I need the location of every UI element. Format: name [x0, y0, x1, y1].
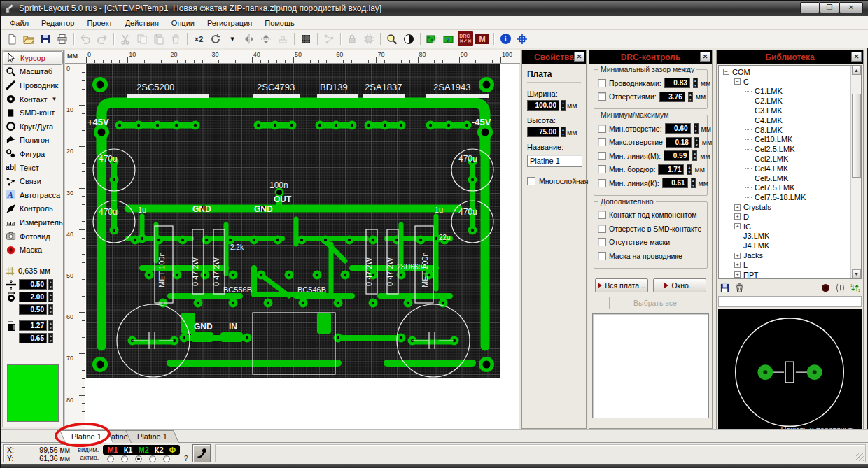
drc-option-checkbox[interactable] [598, 225, 606, 233]
library-save-icon[interactable] [720, 283, 730, 295]
tool-contact[interactable]: Контакт▼ [3, 92, 63, 106]
zoom-icon[interactable] [384, 31, 400, 47]
layer-М1[interactable]: М1 [107, 446, 118, 454]
board-help-icon[interactable]: ? [440, 31, 457, 47]
tree-item-COM[interactable]: −COM [723, 67, 850, 77]
print-icon[interactable] [54, 31, 71, 47]
board-width-spinner[interactable]: ▲▼ [561, 100, 566, 111]
smd-width-field[interactable]: 1.27 [19, 320, 47, 331]
menu-Редактор[interactable]: Редактор [35, 17, 80, 29]
selector-crosshair-icon[interactable] [514, 31, 531, 47]
tree-item-Cel7.5-18.LMK[interactable]: Cel7.5-18.LMK [723, 192, 850, 202]
check-whole-board-button[interactable]: Вся плата... [595, 278, 648, 292]
library-delete-icon[interactable] [734, 283, 745, 295]
sheet-tab-1[interactable]: Platine 1 [59, 430, 113, 443]
layer-radio-К2[interactable] [149, 455, 156, 462]
scrollbar-thumb[interactable] [852, 94, 861, 178]
library-pad-view-icon[interactable] [835, 283, 846, 295]
tree-item-D[interactable]: +D [723, 212, 850, 222]
tool-control[interactable]: Контроль [3, 202, 63, 216]
tree-item-Cel10.LMK[interactable]: Cel10.LMK [723, 135, 850, 145]
tool-dropdown-icon[interactable]: ▼ [52, 96, 57, 102]
board-height-spinner[interactable]: ▲▼ [561, 127, 566, 137]
drc-option-checkbox[interactable] [598, 252, 606, 260]
drc-checkbox[interactable] [598, 165, 606, 173]
pad-drill-spinner[interactable]: ▲▼ [48, 304, 53, 315]
tree-item-ПРТ[interactable]: +ПРТ [723, 270, 850, 279]
collapse-icon[interactable]: − [734, 78, 741, 85]
tool-measure[interactable]: Измеритель [3, 215, 63, 229]
library-close-icon[interactable]: ✕ [851, 52, 862, 62]
board-test-icon[interactable] [424, 31, 440, 47]
expand-icon[interactable]: + [734, 213, 741, 220]
layer-radio-М1[interactable] [107, 455, 114, 462]
tree-item-C4.LMK[interactable]: C4.LMK [723, 115, 850, 125]
drc-option-checkbox[interactable] [598, 238, 606, 246]
expand-icon[interactable]: + [734, 204, 741, 211]
scroll-down-icon[interactable]: ▼ [852, 269, 861, 278]
expand-icon[interactable]: + [734, 262, 741, 268]
tool-text-tool[interactable]: ab|Текст [3, 161, 63, 175]
tree-item-J3.LMK[interactable]: J3.LMK [723, 232, 850, 241]
maximize-button[interactable]: ❐ [820, 2, 839, 13]
pad-outer-field[interactable]: 2.00 [19, 292, 47, 302]
expand-icon[interactable]: + [734, 223, 741, 229]
menu-Регистрация[interactable]: Регистрация [201, 17, 258, 29]
drc-rule-spinner[interactable]: ▲▼ [694, 137, 699, 148]
drc-rule-value[interactable]: 0.18 [666, 137, 692, 148]
tree-item-IC[interactable]: +IC [723, 222, 850, 232]
drc-rule-spinner[interactable]: ▲▼ [692, 150, 697, 161]
drc-rule-value[interactable]: 0.61 [662, 178, 688, 188]
board-name-input[interactable] [527, 155, 582, 167]
drc-rule-spinner[interactable]: ▲▼ [693, 78, 698, 88]
menu-Файл[interactable]: Файл [4, 17, 35, 29]
tree-item-Jacks[interactable]: +Jacks [723, 250, 850, 260]
drc-close-icon[interactable]: ✕ [700, 52, 710, 62]
drc-checkbox[interactable] [598, 138, 606, 146]
tree-item-Cel2.LMK[interactable]: Cel2.LMK [723, 154, 850, 164]
library-tree-scrollbar[interactable]: ▲ ▼ [850, 66, 861, 278]
menu-Проект[interactable]: Проект [80, 17, 118, 29]
drc-rule-value[interactable]: 0.60 [665, 123, 691, 134]
mirror-vertical-icon[interactable] [258, 31, 274, 47]
layer-radio-Ф[interactable] [163, 455, 170, 462]
rotate-icon[interactable] [207, 31, 224, 47]
tool-zoom-tool[interactable]: Масштаб [3, 65, 63, 79]
tree-item-C2.LMK[interactable]: C2.LMK [723, 96, 850, 106]
tree-item-L[interactable]: +L [723, 260, 850, 270]
drc-rule-value[interactable]: 1.71 [658, 164, 684, 175]
grid-value[interactable]: 0,635 мм [18, 267, 50, 275]
tool-autoroute[interactable]: AАвтотрасса [3, 188, 63, 202]
title-bar[interactable]: Sprint-Layout 5.0 rus - [C:\TEMP\Temp1_Н… [1, 1, 868, 16]
drc-checkbox[interactable] [598, 79, 606, 87]
layer-К2[interactable]: К2 [155, 446, 164, 454]
tree-item-Cel7.5.LMK[interactable]: Cel7.5.LMK [723, 183, 850, 193]
resize-grip[interactable] [856, 453, 864, 461]
expand-icon[interactable]: + [734, 253, 741, 259]
rotate-dropdown-icon[interactable]: ▾ [224, 31, 241, 47]
tree-item-Crystals[interactable]: +Crystals [723, 202, 850, 212]
scroll-up-icon[interactable]: ▲ [852, 66, 861, 75]
tool-photoview-tool[interactable]: Фотовид [3, 229, 63, 243]
drc-checkbox[interactable] [598, 179, 606, 187]
pad-outer-spinner[interactable]: ▲▼ [48, 292, 53, 302]
active-color-swatch[interactable] [7, 364, 59, 422]
tool-conductor[interactable]: Проводник [3, 78, 63, 92]
menu-Действия[interactable]: Действия [119, 17, 165, 29]
trace-mode-button[interactable] [192, 444, 211, 462]
layer-М2[interactable]: М2 [139, 446, 149, 454]
macros-button[interactable]: M [474, 31, 491, 47]
board-height-field[interactable]: 75.00 [527, 127, 559, 137]
layer-К1[interactable]: К1 [124, 446, 133, 454]
multilayer-checkbox[interactable] [527, 177, 536, 185]
tool-figure[interactable]: Фигура [3, 147, 63, 161]
close-button[interactable]: ✕ [839, 2, 863, 13]
drc-rule-spinner[interactable]: ▲▼ [691, 178, 696, 188]
raster-grid-icon[interactable] [298, 31, 314, 47]
component-preview[interactable]: Нажать и перетянуть [718, 309, 862, 437]
drc-rule-value[interactable]: 0.83 [664, 78, 690, 88]
minimize-button[interactable]: — [800, 2, 820, 13]
library-mask-icon[interactable] [820, 283, 831, 295]
pcb-board[interactable]: 2SC52002SC4793BD1392SA18372SA1943+45V-45… [86, 64, 500, 378]
tree-item-C8.LMK[interactable]: C8.LMK [723, 125, 850, 135]
